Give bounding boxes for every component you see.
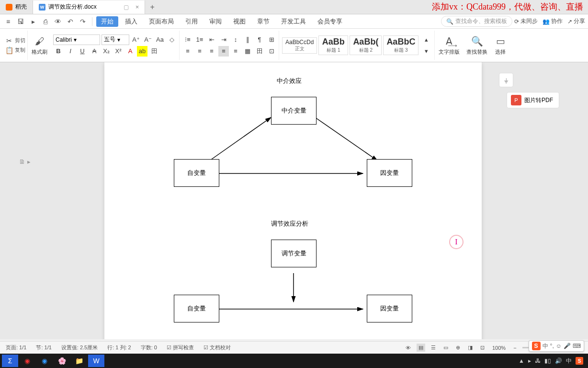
tray-net-icon[interactable]: 🖧 (535, 357, 541, 364)
tab-add[interactable]: + (145, 3, 159, 12)
box-iv-1[interactable]: 自变量 (174, 159, 219, 187)
eye-icon[interactable]: 👁 (404, 344, 413, 352)
zoom-out-icon[interactable]: − (511, 344, 518, 352)
ribbon-tab-review[interactable]: 审阅 (204, 16, 226, 27)
status-section[interactable]: 节: 1/1 (34, 343, 53, 352)
tab-window-icon[interactable]: ▢ (124, 4, 129, 11)
tab-home[interactable]: 稻壳 (0, 0, 33, 14)
ribbon-tab-view[interactable]: 视图 (228, 16, 250, 27)
view-focus-icon[interactable]: ◨ (466, 344, 475, 352)
tab-document[interactable]: W 调节效应分析.docx ▢ × (33, 0, 145, 14)
tray-up-icon[interactable]: ▲ (519, 357, 524, 364)
border-icon[interactable]: 田 (149, 46, 159, 57)
ribbon-tab-vip[interactable]: 会员专享 (313, 16, 347, 27)
copy-icon[interactable]: 📋 (5, 46, 13, 55)
select-tool[interactable]: ▭ 选择 (491, 31, 509, 60)
view-outline-icon[interactable]: ☰ (429, 344, 438, 352)
box-dv-2[interactable]: 因变量 (367, 295, 412, 322)
view-page-icon[interactable]: ▤ (417, 344, 425, 352)
subscript-button[interactable]: X₂ (101, 46, 112, 57)
align-justify-icon[interactable]: ≡ (218, 46, 229, 57)
box-dv-1[interactable]: 因变量 (367, 159, 412, 187)
bullets-icon[interactable]: ⁝≡ (182, 34, 193, 45)
page-insert-handle[interactable]: 🗎 ▸ (19, 158, 31, 165)
zoom-label[interactable]: 100% (490, 344, 508, 352)
align-left-icon[interactable]: ≡ (182, 46, 193, 57)
print-icon[interactable]: ⎙ (40, 16, 51, 27)
tray-wifi-icon[interactable]: ▮▯ (544, 357, 551, 364)
status-wordcount[interactable]: 字数: 0 (139, 343, 159, 352)
para-settings-icon[interactable]: ⊡ (266, 46, 277, 57)
search-input[interactable]: 🔍 查找命令、搜索模板 (441, 16, 512, 27)
tray-sogou-icon[interactable]: S (576, 357, 583, 365)
clear-format-icon[interactable]: ◇ (167, 34, 177, 45)
bold-button[interactable]: B (53, 46, 64, 57)
document-page[interactable]: 中介效应 中介变量 自变量 因变量 调节效应分析 调节变量 自变量 因变量 (104, 62, 482, 339)
indent-dec-icon[interactable]: ⇤ (206, 34, 217, 45)
ribbon-tab-ref[interactable]: 引用 (181, 16, 203, 27)
tab-icon[interactable]: ⊞ (266, 34, 277, 45)
tb-app-1[interactable]: ◉ (19, 355, 35, 367)
font-name-select[interactable]: Calibri▾ (53, 34, 100, 45)
text-typeset[interactable]: A͢ 文字排版 (436, 31, 463, 60)
style-h2[interactable]: AaBb(标题 2 (350, 35, 382, 55)
shading-icon[interactable]: ▦ (242, 46, 253, 57)
view-read-icon[interactable]: ▭ (441, 344, 450, 352)
coop-button[interactable]: 👥 协作 (543, 17, 563, 25)
style-h3[interactable]: AaBbC标题 3 (383, 35, 418, 55)
status-setting[interactable]: 设置值: 2.5厘米 (59, 343, 100, 352)
ribbon-tab-start[interactable]: 开始 (96, 16, 118, 27)
sort-icon[interactable]: ↕ (230, 34, 241, 45)
font-size-select[interactable]: 五号▾ (102, 34, 129, 45)
new-icon[interactable]: ▸ (28, 16, 38, 27)
shrink-font-icon[interactable]: A⁻ (143, 34, 153, 45)
strike-button[interactable]: A (89, 46, 100, 57)
underline-button[interactable]: U (77, 46, 88, 57)
preview-icon[interactable]: 👁 (53, 16, 63, 27)
ime-badge[interactable]: S 中 °, ☺ 🎤 ⌨ (529, 340, 584, 352)
indent-inc-icon[interactable]: ⇥ (218, 34, 229, 45)
superscript-button[interactable]: X² (113, 46, 124, 57)
box-mediator[interactable]: 中介变量 (271, 97, 317, 125)
tb-wps[interactable]: W (88, 355, 104, 367)
line-spacing-icon[interactable]: ‖ (242, 34, 253, 45)
format-painter[interactable]: 🖌 格式刷 (29, 31, 50, 60)
save-icon[interactable]: 🖫 (15, 16, 26, 27)
find-replace[interactable]: 🔍 查找替换 (464, 31, 490, 60)
style-down-icon[interactable]: ▾ (421, 46, 431, 57)
italic-button[interactable]: I (65, 46, 76, 57)
tray-flag-icon[interactable]: ▸ (528, 357, 531, 364)
tb-app-4[interactable]: 📁 (71, 355, 87, 367)
tray-vol-icon[interactable]: 🔊 (555, 357, 562, 364)
tray-ime-icon[interactable]: 中 (566, 357, 572, 365)
ribbon-tab-insert[interactable]: 插入 (120, 16, 142, 27)
status-page[interactable]: 页面: 1/1 (4, 343, 28, 352)
align-right-icon[interactable]: ≡ (206, 46, 217, 57)
zoom-fit-icon[interactable]: ⊡ (478, 344, 486, 352)
status-proof[interactable]: ☑ 文档校对 (202, 343, 233, 352)
status-rowcol[interactable]: 行: 1 列: 2 (105, 343, 133, 352)
change-case-icon[interactable]: Aa (155, 34, 165, 45)
img-to-pdf-button[interactable]: P 图片转PDF (507, 92, 559, 108)
style-h1[interactable]: AaBb标题 1 (318, 35, 348, 55)
numbering-icon[interactable]: 1≡ (194, 34, 205, 45)
status-spellcheck[interactable]: ☑ 拼写检查 (165, 343, 196, 352)
grow-font-icon[interactable]: A⁺ (131, 34, 141, 45)
tb-app-3[interactable]: 🌸 (54, 355, 70, 367)
align-dist-icon[interactable]: ≡ (230, 46, 241, 57)
box-iv-2[interactable]: 自变量 (174, 295, 219, 322)
tb-app-2[interactable]: ◉ (36, 355, 53, 367)
view-web-icon[interactable]: ⊕ (454, 344, 462, 352)
style-normal[interactable]: AaBbCcDd正文 (282, 37, 317, 54)
start-button[interactable]: Σ (2, 355, 18, 367)
cut-icon[interactable]: ✂ (5, 36, 13, 45)
menu-icon[interactable]: ≡ (3, 16, 13, 27)
highlight-icon[interactable]: ab (137, 46, 147, 57)
undo-icon[interactable]: ↶ (65, 16, 76, 27)
side-collapse-icon[interactable]: ⏚ (499, 73, 513, 87)
ribbon-tab-layout[interactable]: 页面布局 (144, 16, 179, 27)
align-center-icon[interactable]: ≡ (194, 46, 205, 57)
borders-icon[interactable]: 田 (254, 46, 265, 57)
redo-icon[interactable]: ↷ (78, 16, 88, 27)
box-moderator[interactable]: 调节变量 (271, 240, 317, 267)
